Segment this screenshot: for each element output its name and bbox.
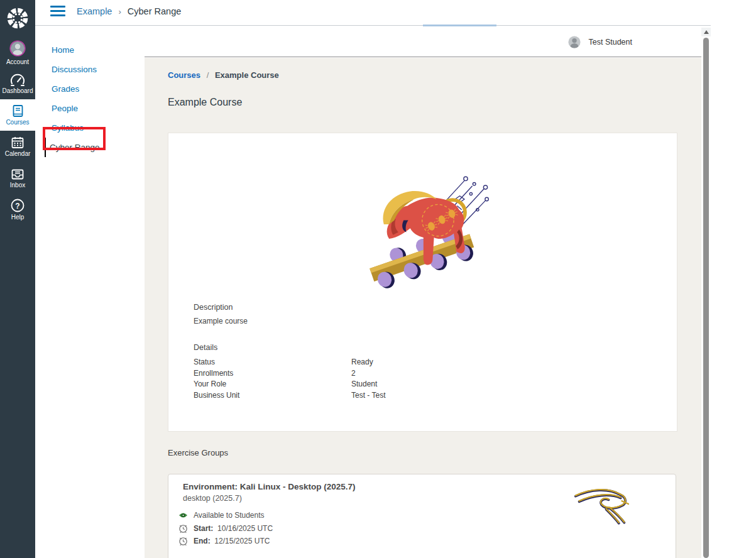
course-nav-menu: Home Discussions Grades People Syllabus … [35,26,145,558]
start-value: 10/16/2025 UTC [217,524,273,533]
course-nav-people[interactable]: People [52,99,78,118]
courses-book-icon [11,104,25,118]
top-header-bar: Example › Cyber Range [35,0,711,26]
sidebar-item-label: Help [11,214,25,221]
detail-label: Business Unit [194,391,239,400]
breadcrumb-course-link[interactable]: Example [77,6,112,16]
availability-text: Available to Students [194,511,265,520]
detail-row-your-role: Your Role Student [194,380,571,391]
exercise-group-card[interactable]: Environment: Kali Linux - Desktop (2025.… [168,474,676,558]
breadcrumb-current-page: Cyber Range [128,6,181,16]
sidebar-item-label: Inbox [10,182,25,189]
detail-row-business-unit: Business Unit Test - Test [194,391,571,402]
page-scrollbar[interactable] [701,26,711,558]
end-date-text: End: 12/15/2025 UTC [194,537,270,545]
environment-subtitle: desktop (2025.7) [183,494,242,503]
global-nav-sidebar: Account Dashboard Courses Calend [0,0,35,558]
sidebar-item-account[interactable]: Account [0,36,35,68]
detail-value: Test - Test [351,391,385,400]
sidebar-item-courses[interactable]: Courses [0,99,35,131]
description-label: Description [194,303,233,312]
user-avatar [567,35,582,50]
detail-row-enrollments: Enrollments 2 [194,369,571,380]
end-label: End: [194,537,212,545]
start-date-row: Start: 10/16/2025 UTC [178,523,273,533]
availability-row: Available to Students [178,511,265,520]
sidebar-item-calendar[interactable]: Calendar [0,131,35,162]
sidebar-item-label: Dashboard [3,88,33,94]
start-date-text: Start: 10/16/2025 UTC [194,524,273,533]
detail-value: 2 [351,369,356,378]
up-triangle-icon [704,30,709,34]
help-question-icon: ? [10,198,25,213]
detail-value: Student [351,380,377,388]
sidebar-item-inbox[interactable]: Inbox [0,162,35,194]
account-avatar-icon [8,39,27,58]
end-value: 12/15/2025 UTC [214,537,270,545]
start-label: Start: [194,524,216,533]
course-nav-discussions[interactable]: Discussions [52,60,97,79]
sidebar-item-help[interactable]: ? Help [0,194,35,225]
kali-linux-logo [574,484,629,525]
canvas-logo-icon [6,6,30,30]
course-nav-syllabus[interactable]: Syllabus [52,118,84,138]
hamburger-menu-icon[interactable] [50,6,65,18]
detail-row-status: Status Ready [194,358,571,369]
breadcrumb-separator: › [118,7,121,16]
detail-label: Enrollments [194,369,233,378]
scrollbar-thumb[interactable] [703,38,709,558]
breadcrumb-slash: / [207,70,209,80]
exercise-groups-heading: Exercise Groups [168,448,228,457]
scrollbar-up-arrow[interactable] [701,28,711,36]
detail-value: Ready [351,358,373,366]
canvas-logo[interactable] [0,0,35,36]
cyber-range-content-frame: Courses / Example Course Example Course [145,58,701,558]
user-menu[interactable]: Test Student [567,35,633,50]
course-nav-grades[interactable]: Grades [52,79,79,99]
detail-label: Status [194,358,215,366]
environment-title: Environment: Kali Linux - Desktop (2025.… [183,482,356,491]
inbox-icon [11,167,25,181]
course-nav-home[interactable]: Home [52,40,74,60]
sidebar-item-label: Account [6,59,29,65]
svg-text:?: ? [15,202,19,211]
details-label: Details [194,343,217,352]
sidebar-item-label: Calendar [5,151,31,157]
alarm-clock-icon [178,536,188,546]
course-nav-cyber-range[interactable]: Cyber Range [45,138,100,157]
user-name: Test Student [589,38,633,46]
sidebar-item-dashboard[interactable]: Dashboard [0,68,35,99]
page-title: Example Course [168,97,242,108]
description-text: Example course [194,317,248,326]
breadcrumb: Example › Cyber Range [77,6,181,16]
alarm-clock-icon [178,523,188,533]
dashboard-gauge-icon [10,73,25,87]
eye-visible-icon [178,512,188,519]
courses-breadcrumb-link[interactable]: Courses [168,70,200,80]
detail-label: Your Role [194,380,226,388]
content-header-strip: Test Student [145,26,703,57]
content-breadcrumb: Courses / Example Course [168,70,279,80]
tab-focus-indicator [423,25,496,26]
breadcrumb-current-course: Example Course [215,70,279,80]
calendar-icon [11,136,25,150]
end-date-row: End: 12/15/2025 UTC [178,536,270,546]
course-overview-card: Description Example course Details Statu… [168,133,677,432]
sidebar-item-label: Courses [6,119,29,126]
trojan-horse-illustration [360,160,492,292]
